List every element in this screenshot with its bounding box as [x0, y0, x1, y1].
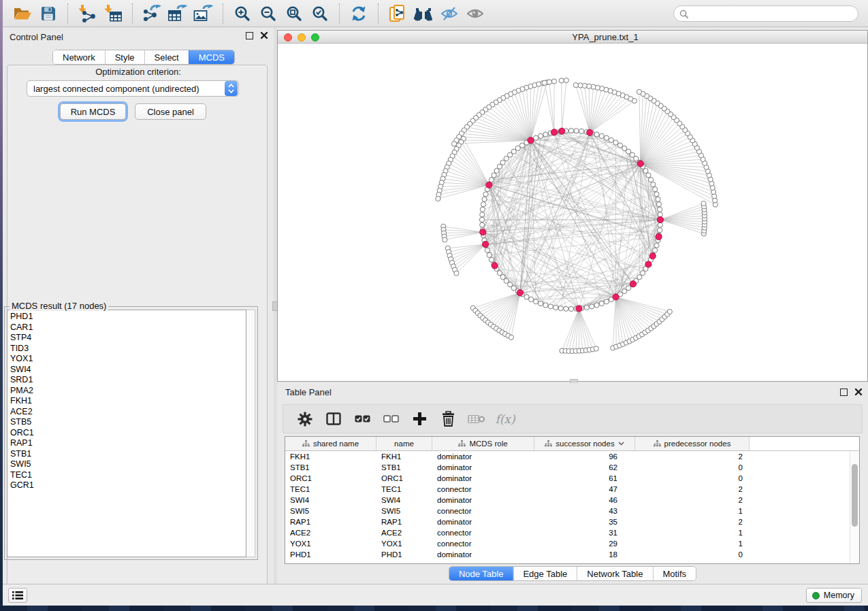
table-scrollbar[interactable]: [850, 452, 859, 563]
tab-mcds[interactable]: MCDS: [189, 50, 234, 64]
mcds-hub-node[interactable]: [486, 182, 492, 188]
leaf-node[interactable]: [667, 309, 672, 314]
export-network-button[interactable]: [141, 2, 163, 25]
mcds-list-scrollbar[interactable]: [246, 310, 255, 557]
mcds-hub-node[interactable]: [587, 129, 593, 135]
window-minimize-button[interactable]: [298, 33, 306, 42]
cell-successor-nodes[interactable]: 62: [534, 462, 635, 473]
leaf-node[interactable]: [594, 346, 598, 351]
cell-shared-name[interactable]: YOX1: [285, 538, 376, 549]
ring-node[interactable]: [654, 243, 659, 248]
ring-node[interactable]: [626, 149, 631, 154]
table-row[interactable]: RAP1RAP1dominator352: [285, 516, 859, 527]
mcds-result-item[interactable]: SWI4: [10, 365, 246, 376]
mcds-result-item[interactable]: STP4: [10, 333, 246, 344]
mcds-hub-node[interactable]: [492, 263, 498, 269]
ring-node[interactable]: [539, 133, 543, 138]
cell-successor-nodes[interactable]: 47: [534, 484, 635, 495]
cell-MCDS-role[interactable]: dominator: [432, 516, 534, 527]
leaf-node[interactable]: [564, 78, 568, 83]
mcds-result-item[interactable]: STB1: [10, 449, 246, 460]
leaf-node[interactable]: [551, 79, 556, 84]
ring-node[interactable]: [543, 303, 548, 308]
cell-shared-name[interactable]: TEC1: [285, 484, 376, 495]
column-header-name[interactable]: name: [376, 437, 432, 450]
ring-node[interactable]: [483, 192, 488, 197]
table-tab-node-table[interactable]: Node Table: [449, 567, 513, 580]
ring-node[interactable]: [574, 129, 579, 133]
cell-name[interactable]: SWI4: [376, 495, 432, 506]
ring-node[interactable]: [651, 182, 656, 187]
ring-node[interactable]: [656, 202, 661, 207]
ring-node[interactable]: [599, 301, 604, 306]
mcds-result-item[interactable]: STB5: [10, 417, 246, 428]
leaf-node[interactable]: [637, 89, 641, 94]
sort-chevron-icon[interactable]: [618, 442, 624, 446]
table-row[interactable]: STB1STB1dominator620: [285, 462, 859, 473]
cell-MCDS-role[interactable]: dominator: [432, 549, 534, 560]
cell-MCDS-role[interactable]: connector: [432, 484, 534, 495]
mcds-hub-node[interactable]: [482, 242, 488, 248]
mcds-hub-node[interactable]: [517, 290, 523, 296]
open-session-button[interactable]: [12, 2, 33, 25]
mcds-hub-node[interactable]: [528, 137, 534, 144]
memory-button[interactable]: Memory: [806, 588, 862, 603]
ring-node[interactable]: [652, 248, 657, 252]
ring-node[interactable]: [599, 133, 604, 138]
cell-MCDS-role[interactable]: connector: [432, 538, 534, 549]
ring-node[interactable]: [497, 164, 502, 169]
mcds-hub-node[interactable]: [656, 233, 662, 240]
search-input[interactable]: [692, 9, 852, 18]
tab-select[interactable]: Select: [144, 50, 189, 64]
cell-successor-nodes[interactable]: 43: [534, 506, 635, 516]
mcds-result-list[interactable]: PHD1CAR1STP4TID3YOX1SWI4SRD1PMA2FKH1ACE2…: [7, 310, 246, 557]
cell-name[interactable]: YOX1: [376, 538, 432, 549]
zoom-selected-button[interactable]: [309, 2, 331, 25]
cell-successor-nodes[interactable]: 61: [534, 473, 635, 484]
zoom-fit-button[interactable]: [283, 2, 305, 25]
cell-successor-nodes[interactable]: 29: [534, 538, 635, 549]
show-panels-button[interactable]: [464, 2, 486, 25]
delete-column-button[interactable]: [436, 407, 460, 431]
ring-node[interactable]: [637, 275, 642, 280]
cell-MCDS-role[interactable]: dominator: [432, 473, 534, 484]
ring-node[interactable]: [515, 146, 520, 150]
cell-successor-nodes[interactable]: 35: [534, 516, 635, 527]
ring-node[interactable]: [594, 303, 599, 308]
cell-predecessor-nodes[interactable]: 1: [635, 538, 750, 549]
ring-node[interactable]: [519, 143, 524, 148]
import-table-button[interactable]: [102, 2, 124, 25]
ring-node[interactable]: [558, 306, 563, 311]
zoom-out-button[interactable]: [257, 2, 279, 25]
cell-MCDS-role[interactable]: dominator: [432, 495, 534, 506]
cell-successor-nodes[interactable]: 96: [534, 451, 635, 462]
cell-MCDS-role[interactable]: connector: [432, 506, 534, 516]
mcds-hub-node[interactable]: [657, 216, 663, 222]
ring-node[interactable]: [648, 178, 653, 182]
ring-node[interactable]: [584, 305, 589, 310]
search-field[interactable]: [673, 5, 858, 22]
table-row[interactable]: FKH1FKH1dominator962: [285, 451, 859, 462]
column-header-shared-name[interactable]: shared name: [285, 437, 376, 450]
leaf-node[interactable]: [443, 237, 447, 242]
cell-predecessor-nodes[interactable]: 0: [635, 549, 750, 560]
mcds-result-item[interactable]: GCR1: [10, 480, 246, 491]
cell-successor-nodes[interactable]: 31: [534, 527, 635, 538]
mcds-result-item[interactable]: TID3: [10, 344, 246, 354]
tab-network[interactable]: Network: [53, 50, 105, 64]
ring-node[interactable]: [658, 228, 662, 233]
mcds-result-item[interactable]: PHD1: [10, 312, 246, 323]
tab-style[interactable]: Style: [105, 50, 144, 64]
close-panel-icon[interactable]: [854, 388, 863, 396]
cell-name[interactable]: ACE2: [376, 527, 432, 538]
ring-node[interactable]: [480, 222, 485, 227]
run-mcds-button[interactable]: Run MCDS: [60, 103, 126, 120]
cell-shared-name[interactable]: SWI4: [285, 495, 376, 506]
criterion-select[interactable]: largest connected component (undirected): [27, 80, 239, 97]
cell-name[interactable]: FKH1: [376, 451, 432, 462]
ring-node[interactable]: [534, 135, 539, 140]
mcds-hub-node[interactable]: [645, 261, 652, 267]
ring-node[interactable]: [534, 299, 539, 304]
ring-node[interactable]: [539, 301, 543, 306]
cell-predecessor-nodes[interactable]: 2: [635, 495, 750, 506]
